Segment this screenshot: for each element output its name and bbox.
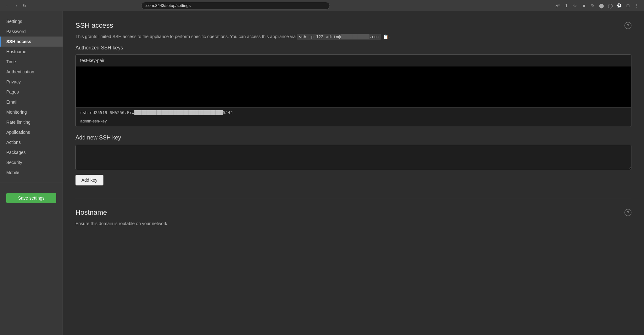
bookmark-icon[interactable]: ☆ [572, 2, 579, 9]
ssh-key-label: admin-ssh-key [76, 117, 631, 127]
main-content: SSH access ? This grants limited SSH acc… [63, 11, 644, 335]
ssh-key-preview-image [76, 66, 631, 107]
ssh-access-header: SSH access ? [75, 21, 631, 30]
hostname-title: Hostname [75, 208, 107, 217]
sidebar-item-actions[interactable]: Actions [0, 137, 63, 147]
ssh-access-section: SSH access ? This grants limited SSH acc… [75, 21, 631, 185]
sidebar-divider [0, 183, 63, 183]
pen-icon[interactable]: ✎ [589, 2, 596, 9]
back-button[interactable]: ← [4, 3, 10, 9]
ssh-key-fingerprint: ssh-ed25519 SHA256:Frw██████████████████… [76, 107, 631, 117]
hostname-description: Ensure this domain is routable on your n… [75, 220, 631, 227]
hostname-section: Hostname ? Ensure this domain is routabl… [75, 208, 631, 227]
sidebar-item-rate-limiting[interactable]: Rate limiting [0, 117, 63, 127]
browser-chrome: ← → ↻ ☍ ⬆ ☆ ■ ✎ ⬤ ◯ ⚽ □ ⋮ [0, 0, 644, 11]
extensions-icon[interactable]: ⚽ [616, 2, 623, 9]
sidebar-item-pages[interactable]: Pages [0, 87, 63, 97]
add-key-button[interactable]: Add key [75, 175, 103, 185]
account-icon[interactable]: ■ [580, 2, 587, 9]
ssh-access-title: SSH access [75, 21, 113, 30]
sidebar-item-time[interactable]: Time [0, 57, 63, 67]
sidebar-item-ssh-access[interactable]: SSH access [0, 37, 63, 47]
more-icon[interactable]: ⋮ [633, 2, 640, 9]
sidebar-item-password[interactable]: Password [0, 26, 63, 37]
hostname-help-icon[interactable]: ? [625, 209, 631, 216]
sidebar-toggle-icon[interactable]: □ [625, 2, 631, 9]
sidebar: Settings Password SSH access Hostname Ti… [0, 11, 63, 335]
ssh-access-description: This grants limited SSH access to the ap… [75, 33, 631, 40]
ssh-command-inline: ssh -p 122 admin@████.com [297, 34, 381, 40]
address-bar[interactable] [141, 2, 330, 9]
sidebar-item-applications[interactable]: Applications [0, 127, 63, 137]
reload-button[interactable]: ↻ [21, 3, 28, 9]
hostname-header: Hostname ? [75, 208, 631, 217]
add-ssh-key-section: Add new SSH key Add key [75, 134, 631, 185]
vpn-icon[interactable]: ⬤ [598, 2, 605, 9]
sidebar-item-security[interactable]: Security [0, 157, 63, 168]
profile-icon[interactable]: ◯ [607, 2, 614, 9]
section-divider [75, 198, 631, 198]
sidebar-item-mobile[interactable]: Mobile [0, 168, 63, 178]
sidebar-item-authentication[interactable]: Authentication [0, 67, 63, 77]
ssh-key-name: test-key-pair [76, 55, 631, 66]
sidebar-item-privacy[interactable]: Privacy [0, 77, 63, 87]
authorized-keys-title: Authorized SSH keys [75, 45, 631, 51]
add-key-title: Add new SSH key [75, 134, 631, 141]
copy-icon[interactable]: 📋 [383, 34, 389, 40]
ssh-access-help-icon[interactable]: ? [625, 22, 631, 29]
share-icon[interactable]: ⬆ [563, 2, 570, 9]
sidebar-item-hostname[interactable]: Hostname [0, 47, 63, 57]
forward-button[interactable]: → [13, 3, 19, 9]
sidebar-item-packages[interactable]: Packages [0, 147, 63, 157]
save-settings-button[interactable]: Save settings [6, 193, 56, 203]
browser-toolbar-icons: ☍ ⬆ ☆ ■ ✎ ⬤ ◯ ⚽ □ ⋮ [554, 2, 640, 9]
sidebar-item-email[interactable]: Email [0, 97, 63, 107]
app-container: Settings Password SSH access Hostname Ti… [0, 11, 644, 335]
sidebar-item-monitoring[interactable]: Monitoring [0, 107, 63, 117]
add-key-textarea[interactable] [75, 145, 631, 170]
sidebar-item-settings[interactable]: Settings [0, 16, 63, 26]
ssh-keys-container: test-key-pair ssh-ed25519 SHA256:Frw████… [75, 54, 631, 127]
translate-icon[interactable]: ☍ [554, 2, 561, 9]
